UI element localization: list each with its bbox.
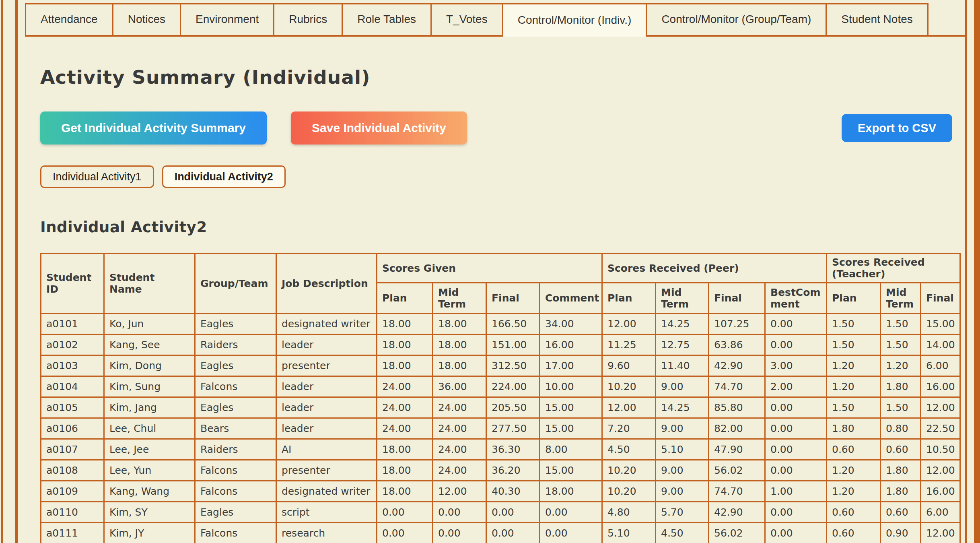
- tab-attendance[interactable]: Attendance: [25, 3, 113, 35]
- table-cell: 8.00: [540, 439, 602, 460]
- table-cell: 1.80: [881, 376, 921, 397]
- table-cell: 16.00: [921, 481, 960, 502]
- table-cell: 24.00: [377, 397, 433, 418]
- table-cell: 0.00: [540, 502, 602, 523]
- table-cell: a0104: [41, 376, 104, 397]
- group-header-scores-received-peer: Scores Received (Peer): [602, 254, 827, 283]
- export-to-csv-button[interactable]: Export to CSV: [842, 114, 952, 142]
- table-cell: 7.20: [602, 418, 656, 439]
- table-cell: 12.00: [921, 397, 960, 418]
- table-cell: 0.00: [765, 314, 827, 334]
- tab-role-tables[interactable]: Role Tables: [342, 3, 432, 35]
- save-individual-activity-button[interactable]: Save Individual Activity: [291, 111, 467, 145]
- table-cell: a0106: [41, 418, 104, 439]
- table-header: Student IDStudent NameGroup/TeamJob Desc…: [41, 254, 960, 314]
- table-cell: 24.00: [377, 418, 433, 439]
- table-cell: 0.00: [765, 502, 827, 523]
- table-cell: 277.50: [486, 418, 540, 439]
- table-cell: 1.20: [827, 355, 881, 376]
- inner-frame-border-left: [15, 0, 18, 543]
- table-cell: Kim, JY: [104, 523, 195, 543]
- tab-control-monitor-indiv[interactable]: Control/Monitor (Indiv.): [502, 3, 647, 37]
- table-cell: 10.20: [602, 460, 656, 481]
- table-cell: 16.00: [921, 376, 960, 397]
- table-row: a0104Kim, SungFalconsleader24.0036.00224…: [41, 376, 960, 397]
- table-cell: 15.00: [540, 397, 602, 418]
- table-cell: Falcons: [195, 481, 276, 502]
- table-cell: designated writer: [276, 314, 377, 334]
- table-cell: 0.60: [881, 439, 921, 460]
- table-cell: 1.20: [881, 355, 921, 376]
- table-row: a0105Kim, JangEaglesleader24.0024.00205.…: [41, 397, 960, 418]
- table-cell: 18.00: [377, 355, 433, 376]
- table-cell: Kang, See: [104, 334, 195, 355]
- tab-notices[interactable]: Notices: [112, 3, 181, 35]
- tab-t-votes[interactable]: T_Votes: [430, 3, 503, 35]
- subtab-individual-activity2[interactable]: Individual Activity2: [162, 165, 286, 188]
- table-cell: 0.80: [881, 418, 921, 439]
- table-cell: 40.30: [486, 481, 540, 502]
- table-cell: Kim, Sung: [104, 376, 195, 397]
- table-cell: 107.25: [709, 314, 765, 334]
- table-cell: 0.00: [377, 502, 433, 523]
- table-cell: Kim, SY: [104, 502, 195, 523]
- column-header-comment: Comment: [540, 283, 602, 314]
- tab-panel-control-monitor-indiv: Activity Summary (Individual) Get Indivi…: [40, 37, 952, 543]
- table-cell: 0.90: [881, 523, 921, 543]
- column-header-student-id: Student ID: [41, 254, 104, 314]
- table-cell: a0110: [41, 502, 104, 523]
- table-cell: 5.10: [602, 523, 656, 543]
- column-header-plan: Plan: [377, 283, 433, 314]
- table-cell: Eagles: [195, 502, 276, 523]
- table-cell: 3.00: [765, 355, 827, 376]
- table-cell: 82.00: [709, 418, 765, 439]
- table-cell: 0.00: [377, 523, 433, 543]
- table-row: a0103Kim, DongEaglespresenter18.0018.003…: [41, 355, 960, 376]
- table-cell: a0108: [41, 460, 104, 481]
- table-cell: 18.00: [377, 334, 433, 355]
- table-cell: a0111: [41, 523, 104, 543]
- subtab-individual-activity1[interactable]: Individual Activity1: [40, 165, 154, 188]
- table-cell: 9.00: [656, 481, 709, 502]
- table-cell: 12.75: [656, 334, 709, 355]
- table-cell: Lee, Yun: [104, 460, 195, 481]
- table-cell: 1.00: [765, 481, 827, 502]
- table-cell: 4.50: [602, 439, 656, 460]
- individual-activity-table: Student IDStudent NameGroup/TeamJob Desc…: [40, 253, 961, 543]
- table-cell: 12.00: [921, 460, 960, 481]
- table-cell: 0.00: [765, 439, 827, 460]
- tab-environment[interactable]: Environment: [180, 3, 274, 35]
- table-cell: a0102: [41, 334, 104, 355]
- table-cell: 9.00: [656, 460, 709, 481]
- table-cell: 24.00: [433, 439, 486, 460]
- tab-student-notes[interactable]: Student Notes: [826, 3, 928, 35]
- tab-bar: AttendanceNoticesEnvironmentRubricsRole …: [25, 3, 965, 37]
- table-cell: 1.20: [827, 460, 881, 481]
- table-cell: 10.20: [602, 481, 656, 502]
- table-cell: 18.00: [377, 460, 433, 481]
- table-cell: 18.00: [433, 355, 486, 376]
- table-cell: a0105: [41, 397, 104, 418]
- table-cell: 56.02: [709, 460, 765, 481]
- tab-rubrics[interactable]: Rubrics: [273, 3, 343, 35]
- table-cell: Eagles: [195, 397, 276, 418]
- table-cell: 18.00: [433, 334, 486, 355]
- table-cell: 1.80: [881, 481, 921, 502]
- table-cell: a0103: [41, 355, 104, 376]
- table-cell: script: [276, 502, 377, 523]
- group-header-scores-received-teacher: Scores Received (Teacher): [827, 254, 960, 283]
- table-cell: 74.70: [709, 376, 765, 397]
- table-cell: Kim, Dong: [104, 355, 195, 376]
- table-cell: 0.00: [765, 523, 827, 543]
- table-cell: 1.80: [827, 418, 881, 439]
- column-header-mid-term: Mid Term: [881, 283, 921, 314]
- get-individual-activity-summary-button[interactable]: Get Individual Activity Summary: [40, 111, 267, 145]
- column-header-bestcomment: BestComment: [765, 283, 827, 314]
- table-cell: Bears: [195, 418, 276, 439]
- table-cell: 15.00: [540, 418, 602, 439]
- page-title: Activity Summary (Individual): [40, 66, 952, 88]
- action-button-row: Get Individual Activity Summary Save Ind…: [40, 111, 952, 145]
- tab-control-monitor-group-team[interactable]: Control/Monitor (Group/Team): [646, 3, 827, 35]
- table-cell: 1.50: [827, 397, 881, 418]
- table-cell: 42.90: [709, 355, 765, 376]
